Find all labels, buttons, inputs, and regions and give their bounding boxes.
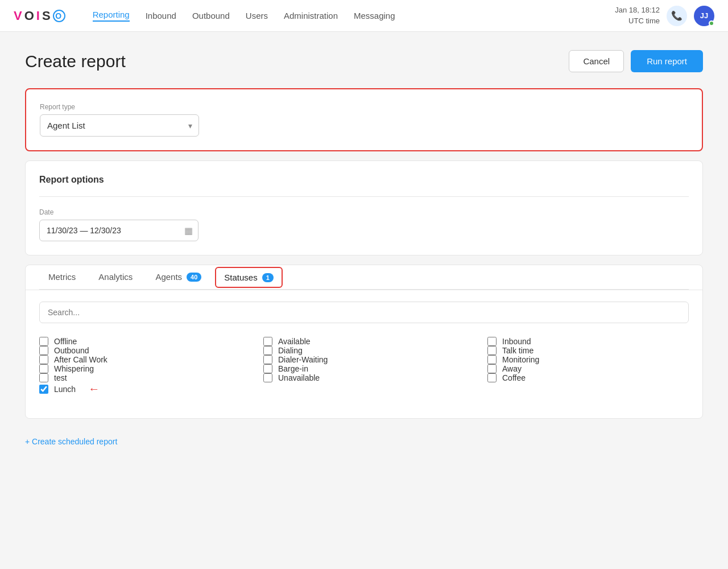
nav-users[interactable]: Users (246, 11, 268, 20)
list-item: Dialing (263, 346, 465, 355)
list-item: Offline (39, 337, 241, 346)
cancel-button[interactable]: Cancel (569, 50, 624, 72)
list-item: Available (263, 337, 465, 346)
checkbox-lunch[interactable] (39, 385, 48, 394)
list-item: Talk time (487, 346, 689, 355)
navbar: V O I S O Reporting Inbound Outbound Use… (0, 0, 728, 32)
checkbox-monitoring[interactable] (487, 355, 497, 364)
list-item: Unavailable (263, 373, 465, 382)
list-item: Coffee (487, 373, 689, 382)
checkbox-coffee[interactable] (487, 373, 497, 382)
nav-outbound[interactable]: Outbound (192, 11, 230, 20)
arrow-indicator: ← (88, 382, 100, 395)
date-input-wrapper: ▦ (39, 220, 198, 241)
footer: + Create scheduled report (25, 428, 703, 446)
nav-links: Reporting Inbound Outbound Users Adminis… (93, 10, 597, 22)
page-title: Create report (25, 52, 126, 71)
list-item: After Call Work (39, 355, 241, 364)
checkbox-available[interactable] (263, 337, 272, 346)
logo-o2: O (53, 10, 65, 22)
nav-datetime: Jan 18, 18:12 UTC time (615, 5, 660, 26)
list-item: Dialer-Waiting (263, 355, 465, 364)
checkbox-test[interactable] (39, 373, 48, 382)
tabs-body: Offline Outbound After Call Work Whisper… (26, 290, 702, 418)
nav-inbound[interactable]: Inbound (146, 11, 176, 20)
calendar-icon: ▦ (184, 225, 193, 236)
phone-icon-button[interactable]: 📞 (667, 6, 687, 26)
run-report-button[interactable]: Run report (631, 50, 703, 72)
report-options-card: Report options Date ▦ (25, 160, 703, 255)
logo-o: O (24, 9, 35, 23)
search-input[interactable] (39, 302, 689, 323)
tab-metrics[interactable]: Metrics (39, 265, 85, 290)
logo-v: V (14, 9, 23, 23)
agents-badge: 40 (187, 273, 201, 282)
logo-s: S (42, 9, 52, 23)
tab-analytics[interactable]: Analytics (89, 265, 142, 290)
logo: V O I S O (14, 9, 65, 23)
report-type-label: Report type (40, 103, 688, 111)
checkbox-dialing[interactable] (263, 346, 272, 355)
report-options-title: Report options (39, 175, 689, 185)
list-item: Lunch ← (39, 382, 241, 395)
tabs-list: Metrics Analytics Agents 40 Statuses 1 (39, 265, 689, 290)
list-item: Outbound (39, 346, 241, 355)
checkbox-col-3: Inbound Talk time Monitoring Away (487, 337, 689, 395)
nav-reporting[interactable]: Reporting (93, 10, 130, 22)
page-header: Create report Cancel Run report (25, 50, 703, 72)
user-avatar[interactable]: JJ (694, 6, 714, 26)
list-item: test (39, 373, 241, 382)
list-item: Away (487, 364, 689, 373)
list-item: Barge-in (263, 364, 465, 373)
nav-right: Jan 18, 18:12 UTC time 📞 JJ (615, 5, 714, 26)
action-buttons: Cancel Run report (569, 50, 703, 72)
tabs-card: Metrics Analytics Agents 40 Statuses 1 (25, 265, 703, 419)
list-item: Monitoring (487, 355, 689, 364)
list-item: Inbound (487, 337, 689, 346)
tab-agents[interactable]: Agents 40 (146, 265, 210, 290)
main-content: Create report Cancel Run report Report t… (11, 32, 717, 464)
checkbox-whispering[interactable] (39, 364, 48, 373)
checkbox-offline[interactable] (39, 337, 48, 346)
list-item: Whispering (39, 364, 241, 373)
logo-i: I (36, 9, 41, 23)
checkbox-col-2: Available Dialing Dialer-Waiting Barge-i… (263, 337, 465, 395)
checkbox-dialer-waiting[interactable] (263, 355, 272, 364)
report-type-select-wrapper: Agent List ▾ (40, 114, 199, 137)
checkbox-grid: Offline Outbound After Call Work Whisper… (39, 337, 689, 405)
checkbox-col-1: Offline Outbound After Call Work Whisper… (39, 337, 241, 395)
date-input[interactable] (39, 220, 198, 241)
nav-messaging[interactable]: Messaging (354, 11, 395, 20)
report-type-card: Report type Agent List ▾ (25, 88, 703, 151)
checkbox-talk-time[interactable] (487, 346, 497, 355)
tab-statuses[interactable]: Statuses 1 (215, 267, 283, 288)
statuses-badge: 1 (262, 273, 274, 282)
date-label: Date (39, 208, 689, 216)
tabs-header: Metrics Analytics Agents 40 Statuses 1 (26, 265, 702, 290)
checkbox-outbound[interactable] (39, 346, 48, 355)
create-scheduled-report-link[interactable]: + Create scheduled report (25, 437, 117, 446)
checkbox-after-call-work[interactable] (39, 355, 48, 364)
report-type-select[interactable]: Agent List (40, 114, 199, 137)
checkbox-away[interactable] (487, 364, 497, 373)
nav-administration[interactable]: Administration (284, 11, 338, 20)
checkbox-unavailable[interactable] (263, 373, 272, 382)
checkbox-inbound[interactable] (487, 337, 497, 346)
avatar-status-dot (709, 20, 714, 26)
checkbox-barge-in[interactable] (263, 364, 272, 373)
